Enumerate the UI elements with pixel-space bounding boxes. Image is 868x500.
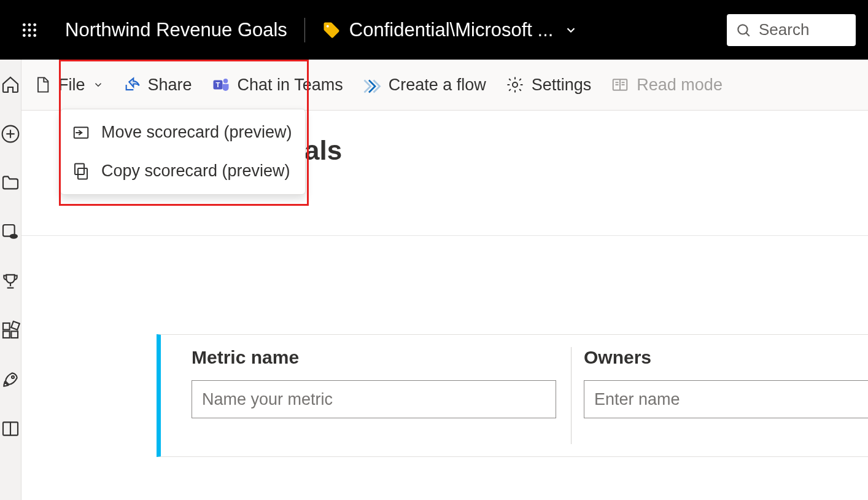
create-a-flow-label: Create a flow [389, 76, 486, 95]
chat-in-teams-button[interactable]: T Chat in Teams [212, 76, 343, 95]
file-dropdown-menu: Move scorecard (preview) Copy scorecard … [60, 109, 306, 195]
share-button[interactable]: Share [123, 76, 192, 95]
left-nav-rail [0, 60, 21, 500]
file-icon [34, 76, 51, 93]
create-a-flow-button[interactable]: Create a flow [363, 76, 486, 95]
svg-rect-36 [78, 168, 87, 179]
home-icon [1, 75, 20, 95]
sensitivity-label: Confidential\Microsoft ... [349, 19, 554, 41]
plus-circle-icon [1, 124, 20, 144]
rocket-icon [1, 370, 20, 389]
create-button[interactable] [0, 123, 21, 144]
divider [304, 18, 305, 42]
share-label: Share [148, 76, 192, 95]
file-menu-button[interactable]: File [34, 76, 104, 95]
metric-name-label: Metric name [192, 347, 571, 368]
data-hub-button[interactable] [0, 222, 21, 243]
sensitivity-dropdown[interactable]: Confidential\Microsoft ... [322, 19, 578, 41]
copy-scorecard-label: Copy scorecard (preview) [101, 162, 290, 181]
svg-point-7 [28, 34, 31, 37]
command-bar: File Share T Chat in Teams Create a flow [21, 60, 868, 111]
svg-point-1 [28, 23, 31, 26]
svg-text:T: T [215, 81, 220, 88]
flow-icon [363, 76, 381, 94]
svg-rect-37 [75, 163, 84, 174]
apps-button[interactable] [0, 320, 21, 341]
app-launcher-button[interactable] [12, 22, 47, 38]
top-bar: Northwind Revenue Goals Confidential\Mic… [0, 0, 868, 60]
svg-rect-17 [3, 323, 10, 330]
owners-input[interactable] [584, 380, 868, 418]
svg-point-5 [33, 28, 36, 31]
svg-rect-18 [3, 331, 10, 338]
metrics-button[interactable] [0, 271, 21, 292]
settings-button[interactable]: Settings [506, 76, 592, 95]
copy-scorecard-item[interactable]: Copy scorecard (preview) [61, 152, 305, 190]
copy-icon [72, 162, 90, 181]
tag-icon [322, 21, 341, 39]
svg-point-21 [12, 376, 14, 378]
svg-point-6 [23, 34, 26, 37]
data-hub-icon [1, 222, 20, 242]
learn-button[interactable] [0, 418, 21, 439]
apps-icon [1, 321, 20, 340]
svg-point-0 [23, 23, 26, 26]
svg-point-26 [223, 79, 228, 84]
home-button[interactable] [0, 74, 21, 95]
svg-line-11 [746, 33, 750, 36]
search-icon [735, 22, 751, 38]
svg-point-9 [327, 25, 329, 27]
teams-icon: T [212, 76, 230, 94]
svg-point-27 [513, 82, 517, 87]
waffle-icon [21, 22, 37, 38]
metric-editor-card: Metric name Owners [157, 334, 868, 457]
svg-point-16 [10, 234, 18, 239]
svg-point-2 [33, 23, 36, 26]
search-box[interactable] [727, 14, 856, 46]
owners-label: Owners [584, 347, 868, 368]
gear-icon [506, 76, 524, 94]
browse-button[interactable] [0, 173, 21, 193]
read-mode-button[interactable]: Read mode [611, 76, 723, 95]
chat-in-teams-label: Chat in Teams [238, 76, 343, 95]
file-label: File [58, 76, 85, 95]
svg-rect-20 [11, 321, 20, 330]
read-mode-label: Read mode [637, 76, 723, 95]
read-mode-icon [611, 76, 629, 94]
search-input[interactable] [759, 20, 832, 39]
move-scorecard-label: Move scorecard (preview) [101, 123, 292, 142]
svg-point-10 [738, 25, 747, 34]
svg-point-3 [23, 28, 26, 31]
trophy-icon [1, 271, 20, 291]
metric-name-input[interactable] [192, 380, 556, 418]
move-icon [72, 123, 90, 142]
svg-point-8 [33, 34, 36, 37]
document-title[interactable]: Northwind Revenue Goals [65, 19, 287, 41]
chevron-down-icon [93, 79, 104, 90]
book-icon [1, 419, 20, 439]
chevron-down-icon [564, 23, 578, 37]
deployment-pipelines-button[interactable] [0, 369, 21, 390]
move-scorecard-item[interactable]: Move scorecard (preview) [61, 113, 305, 152]
share-icon [123, 76, 141, 93]
folder-icon [1, 173, 20, 193]
svg-point-4 [28, 28, 31, 31]
svg-rect-19 [11, 331, 18, 338]
settings-label: Settings [532, 76, 592, 95]
